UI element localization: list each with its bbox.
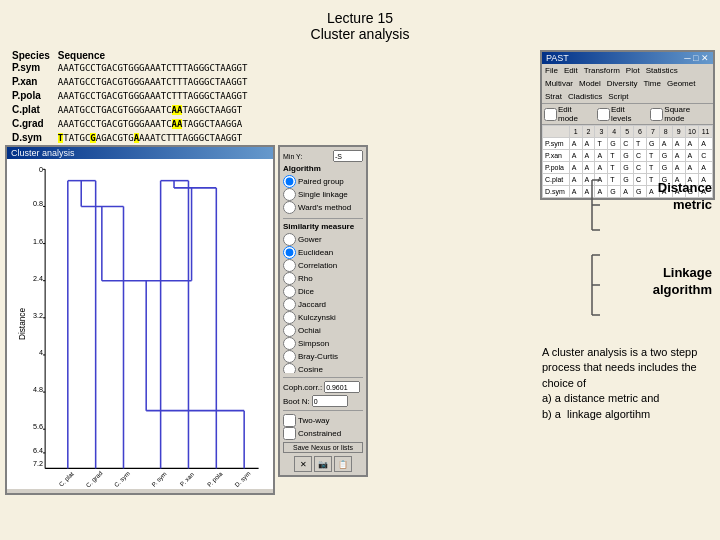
radio-euclidean[interactable]: Euclidean	[283, 246, 363, 259]
past-options-panel: Min Y: Algorithm Paired group Single lin…	[278, 145, 368, 477]
menu-time[interactable]: Time	[641, 78, 662, 89]
radio-bray-curtis[interactable]: Bray-Curtis	[283, 350, 363, 363]
radio-single-linkage[interactable]: Single linkage	[283, 188, 363, 201]
grid-row: P.xan AAATGCTGAAC	[543, 150, 713, 162]
radio-rho[interactable]: Rho	[283, 272, 363, 285]
grid-col-header: 5	[621, 126, 634, 138]
cluster-window: Cluster analysis 0 0.8 1.6	[5, 145, 275, 495]
grid-col-header: 8	[659, 126, 672, 138]
grid-col-header: 2	[582, 126, 595, 138]
grid-col-header: 10	[685, 126, 699, 138]
title-line1: Lecture 15	[0, 10, 720, 26]
svg-text:0.8: 0.8	[33, 199, 43, 208]
past-window-controls[interactable]: ─ □ ✕	[684, 53, 709, 63]
menu-model[interactable]: Model	[577, 78, 603, 89]
radio-ochiai[interactable]: Ochiai	[283, 324, 363, 337]
species-name: C.grad	[8, 117, 54, 131]
species-name: P.pola	[8, 89, 54, 103]
past-toolbar: Edit mode Edit levels Square mode	[542, 104, 713, 125]
cluster-title: Cluster analysis	[11, 148, 75, 158]
cluster-titlebar: Cluster analysis	[7, 147, 273, 159]
table-row: C.plat AAATGCCTGACGTGGGAAATCAATAGGCTAAGG…	[8, 103, 251, 117]
radio-jaccard[interactable]: Jaccard	[283, 298, 363, 311]
description-text: A cluster analysis is a two stepp proces…	[542, 345, 712, 422]
radio-cosine[interactable]: Cosine	[283, 363, 363, 373]
table-row: P.sym AAATGCCTGACGTGGGAAATCTTTAGGGCTAAGG…	[8, 61, 251, 75]
grid-col-header: 11	[699, 126, 713, 138]
sequence-value: AAATGCCTGACGTGGGAAATCTTTAGGGCTAAGGT	[54, 89, 252, 103]
separator	[283, 218, 363, 219]
close-icon-button[interactable]: ✕	[294, 456, 312, 472]
past-menu: File Edit Transform Plot Statistics Mult…	[542, 64, 713, 104]
similarity-radio-group: Gower Euclidean Correlation Rho Dice Jac…	[283, 233, 363, 373]
grid-row-label: P.xan	[543, 150, 570, 162]
species-name: C.plat	[8, 103, 54, 117]
radio-gower[interactable]: Gower	[283, 233, 363, 246]
annotations-area: Distance metric Linkage algorithm A clus…	[542, 170, 712, 422]
linkage-bracket	[582, 250, 602, 320]
edit-levels-checkbox[interactable]: Edit levels	[597, 105, 646, 123]
min-y-label: Min Y:	[283, 153, 302, 160]
grid-row: P.sym AATGCTGAAAA	[543, 138, 713, 150]
separator3	[283, 410, 363, 411]
dendrogram-svg: 0 0.8 1.6 2.4 3.2 4 4.8	[7, 159, 273, 489]
sequence-value: AAATGCCTGACGTGGGAAATCTTTAGGGCTAAGGT	[54, 75, 252, 89]
coph-corr-label: Coph.corr.:	[283, 383, 322, 392]
dendrogram-area: 0 0.8 1.6 2.4 3.2 4 4.8	[7, 159, 273, 489]
species-table: Species Sequence P.sym AAATGCCTGACGTGGGA…	[8, 50, 251, 145]
menu-script[interactable]: Script	[606, 91, 630, 102]
distance-bracket	[582, 175, 602, 235]
sequence-value: AAATGCCTGACGTGGGAAATCAATAGGCTAAGGA	[54, 117, 252, 131]
radio-wards-method[interactable]: Ward's method	[283, 201, 363, 214]
grid-row-label: P.sym	[543, 138, 570, 150]
cluster-content: 0 0.8 1.6 2.4 3.2 4 4.8	[7, 159, 273, 489]
svg-text:4.8: 4.8	[33, 385, 43, 394]
menu-geomet[interactable]: Geomet	[665, 78, 697, 89]
menu-multivar[interactable]: Multivar	[543, 78, 575, 89]
svg-text:3.2: 3.2	[33, 311, 43, 320]
coph-corr-value[interactable]	[324, 381, 360, 393]
svg-text:6.4: 6.4	[33, 446, 43, 455]
sequence-value: TTATGCGAGACGTGAAAATCTTTAGGGCTAAGGT	[54, 131, 252, 145]
square-mode-checkbox[interactable]: Square mode	[650, 105, 711, 123]
table-row: D.sym TTATGCGAGACGTGAAAATCTTTAGGGCTAAGGT	[8, 131, 251, 145]
radio-kulczynski[interactable]: Kulczynski	[283, 311, 363, 324]
species-name: P.xan	[8, 75, 54, 89]
radio-paired-group[interactable]: Paired group	[283, 175, 363, 188]
menu-plot[interactable]: Plot	[624, 65, 642, 76]
grid-col-header	[543, 126, 570, 138]
radio-simpson[interactable]: Simpson	[283, 337, 363, 350]
menu-cladistics[interactable]: Cladistics	[566, 91, 604, 102]
svg-text:P. sym: P. sym	[150, 470, 168, 488]
min-y-input[interactable]	[333, 150, 363, 162]
boot-n-value[interactable]	[312, 395, 348, 407]
title-area: Lecture 15 Cluster analysis	[0, 0, 720, 48]
menu-file[interactable]: File	[543, 65, 560, 76]
radio-dice[interactable]: Dice	[283, 285, 363, 298]
species-name: P.sym	[8, 61, 54, 75]
svg-text:7.2: 7.2	[33, 459, 43, 468]
menu-statistics[interactable]: Statistics	[644, 65, 680, 76]
svg-text:D. sym: D. sym	[233, 470, 252, 489]
svg-text:1.6: 1.6	[33, 237, 43, 246]
edit-mode-checkbox[interactable]: Edit mode	[544, 105, 593, 123]
menu-diversity[interactable]: Diversity	[605, 78, 640, 89]
menu-strat[interactable]: Strat	[543, 91, 564, 102]
past-title: PAST	[546, 53, 569, 63]
clipboard-icon-button[interactable]: 📋	[334, 456, 352, 472]
menu-edit[interactable]: Edit	[562, 65, 580, 76]
svg-text:C. sym: C. sym	[112, 470, 131, 489]
svg-text:P. pola: P. pola	[206, 470, 224, 488]
table-row: P.pola AAATGCCTGACGTGGGAAATCTTTAGGGCTAAG…	[8, 89, 251, 103]
coph-corr-row: Coph.corr.:	[283, 381, 363, 393]
menu-transform[interactable]: Transform	[582, 65, 622, 76]
svg-text:C. plat: C. plat	[57, 470, 75, 488]
svg-text:Distance: Distance	[18, 308, 27, 341]
two-way-checkbox[interactable]: Two-way	[283, 414, 363, 427]
linkage-algorithm-annotation: Linkage algorithm	[542, 250, 712, 330]
linkage-algorithm-text: Linkage algorithm	[653, 265, 712, 299]
save-nexus-button[interactable]: Save Nexus or lists	[283, 442, 363, 453]
radio-correlation[interactable]: Correlation	[283, 259, 363, 272]
camera-icon-button[interactable]: 📷	[314, 456, 332, 472]
constrained-checkbox[interactable]: Constrained	[283, 427, 363, 440]
